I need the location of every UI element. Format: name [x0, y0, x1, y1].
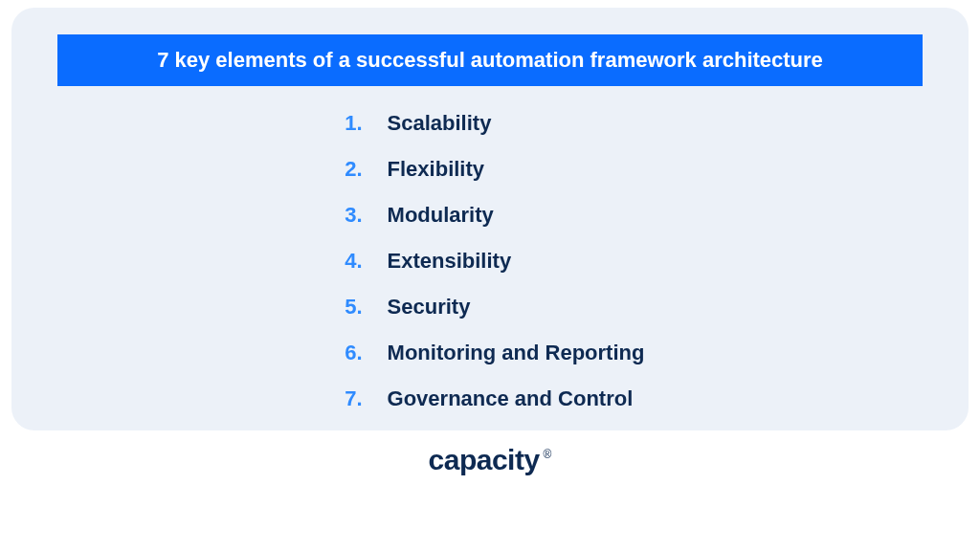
list-item: 7. Governance and Control [336, 386, 645, 411]
brand-name: capacity [429, 444, 540, 476]
elements-list: 1. Scalability 2. Flexibility 3. Modular… [336, 111, 645, 411]
item-label: Monitoring and Reporting [388, 341, 645, 365]
item-number: 3. [336, 203, 363, 228]
list-item: 2. Flexibility [336, 157, 645, 182]
item-number: 5. [336, 295, 363, 320]
brand-logo: capacity ® [429, 444, 552, 476]
list-item: 6. Monitoring and Reporting [336, 341, 645, 365]
list-item: 3. Modularity [336, 203, 645, 228]
list-item: 5. Security [336, 295, 645, 320]
list-item: 1. Scalability [336, 111, 645, 136]
item-label: Extensibility [388, 249, 512, 274]
item-label: Scalability [388, 111, 492, 136]
item-number: 7. [336, 386, 363, 411]
item-label: Modularity [388, 203, 494, 228]
item-number: 2. [336, 157, 363, 182]
item-number: 6. [336, 341, 363, 365]
item-number: 4. [336, 249, 363, 274]
item-label: Security [388, 295, 471, 320]
item-label: Flexibility [388, 157, 484, 182]
info-card: 7 key elements of a successful automatio… [11, 8, 969, 430]
registered-mark-icon: ® [544, 448, 552, 461]
card-title: 7 key elements of a successful automatio… [57, 34, 923, 86]
item-label: Governance and Control [388, 386, 634, 411]
item-number: 1. [336, 111, 363, 136]
list-item: 4. Extensibility [336, 249, 645, 274]
